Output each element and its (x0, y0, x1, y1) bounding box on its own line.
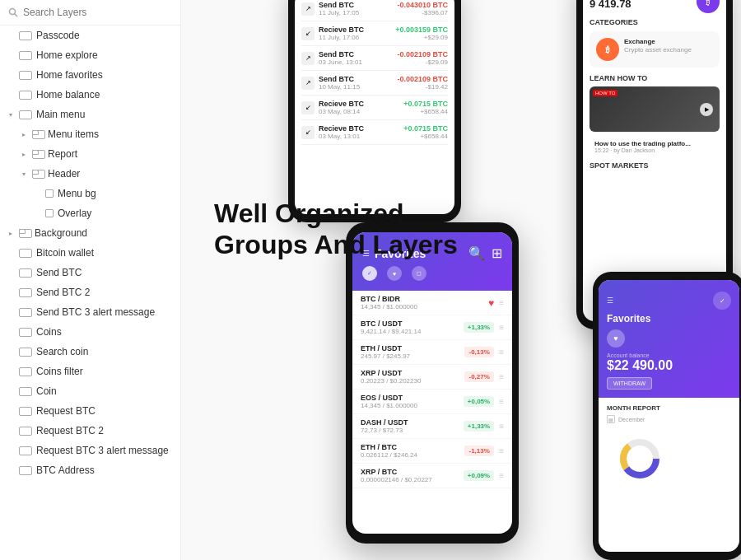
tx-btc: +0.0715 BTC (403, 124, 448, 133)
sidebar-item-send-btc-3[interactable]: Send BTC 3 alert message (0, 302, 180, 322)
coin-change-badge: -0,27% (464, 371, 494, 382)
coin-change-badge: +0,05% (464, 396, 494, 407)
sidebar-item-request-btc-3[interactable]: Request BTC 3 alert message (0, 441, 180, 460)
br-icon: ✓ (713, 292, 731, 310)
sidebar-item-home-balance[interactable]: Home balance (0, 85, 180, 105)
coin-menu-icon[interactable]: ≡ (499, 372, 504, 381)
layer-label: Coins filter (36, 366, 83, 377)
sidebar-item-home-favorites[interactable]: Home favorites (0, 65, 180, 85)
sidebar-item-report[interactable]: ▸ Report (0, 144, 180, 164)
sidebar-item-bitcoin-wallet[interactable]: Bitcoin wallet (0, 243, 180, 263)
screen-icon (19, 348, 32, 357)
coin-pair: ETH / BTC (361, 443, 459, 451)
play-button[interactable]: ▶ (700, 103, 713, 116)
tx-date: 03 June, 13:01 (319, 58, 393, 66)
layer-label: Background (35, 227, 87, 239)
sidebar-item-request-btc[interactable]: Request BTC (0, 401, 180, 421)
coin-price: 9,421.14 / $9,421.14 (361, 328, 459, 335)
search-input[interactable] (23, 7, 172, 18)
coin-menu-icon[interactable]: ≡ (499, 323, 504, 332)
coin-menu-icon[interactable]: ≡ (499, 446, 504, 455)
search-icon-fav[interactable]: 🔍 (468, 245, 485, 261)
video-overlay: HOW TO (593, 90, 618, 96)
sidebar-item-search-coin[interactable]: Search coin (0, 342, 180, 362)
layer-label: Menu bg (58, 188, 96, 199)
headline: Well Organized Groups And Layers (214, 198, 458, 261)
tx-type: Send BTC (319, 1, 393, 9)
sidebar-item-request-btc-2[interactable]: Request BTC 2 (0, 421, 180, 441)
coin-menu-icon[interactable]: ≡ (499, 298, 504, 307)
calendar-icon: ▤ (607, 415, 615, 423)
tx-date: 11 July, 17:06 (319, 34, 391, 41)
tab-wallet[interactable]: ◻ (412, 266, 426, 281)
btc-price-value: 9 419.78 (590, 0, 631, 10)
spot-label: SPOT MARKETS (590, 161, 720, 170)
sidebar-item-passcode[interactable]: Passcode (0, 26, 180, 45)
folder-icon (32, 150, 44, 159)
sidebar-item-coins[interactable]: Coins (0, 322, 180, 342)
br-donut-chart (607, 430, 673, 479)
tx-type: Send BTC (319, 75, 393, 83)
screen-icon (19, 288, 32, 297)
chevron-icon: ▸ (20, 130, 28, 138)
transaction-row: ↙ Recieve BTC 03 May, 13:01 +0.0715 BTC … (301, 120, 448, 145)
coin-menu-icon[interactable]: ≡ (499, 348, 504, 357)
tx-icon: ↙ (301, 101, 315, 114)
br-date: December (618, 417, 645, 422)
search-bar[interactable] (0, 0, 180, 26)
layer-label: Request BTC 2 (36, 425, 104, 436)
chevron-icon: ▸ (7, 229, 15, 237)
sidebar-item-home-explore[interactable]: Home explore (0, 45, 180, 65)
layer-label: Overlay (58, 208, 91, 219)
coin-menu-icon[interactable]: ≡ (499, 397, 504, 406)
grid-icon-fav[interactable]: ⊞ (492, 245, 502, 261)
folder-icon (19, 229, 30, 238)
exchange-title: Exchange (624, 38, 692, 45)
screen-icon (19, 328, 32, 337)
layer-label: Search coin (36, 346, 88, 357)
sidebar-item-background[interactable]: ▸ Background (0, 223, 180, 243)
tab-checkmark[interactable]: ✓ (362, 266, 377, 281)
layer-label: Home explore (36, 49, 98, 61)
tx-icon: ↗ (301, 2, 315, 16)
sidebar-item-coin[interactable]: Coin (0, 381, 180, 401)
coin-menu-icon[interactable]: ≡ (499, 471, 504, 480)
coin-price: 14,345 / $1.000000 (361, 402, 459, 409)
sidebar-item-overlay[interactable]: Overlay (0, 203, 180, 223)
sidebar-item-header[interactable]: ▾ Header (0, 164, 180, 184)
layer-label: Home favorites (36, 69, 103, 81)
sidebar-item-send-btc-2[interactable]: Send BTC 2 (0, 282, 180, 302)
btc-transaction-list: ↗ Send BTC 11 July, 17:05 -0.043010 BTC … (295, 0, 454, 150)
headline-line1: Well Organized (214, 198, 458, 229)
br-balance-label: Account balance (607, 352, 731, 358)
br-withdraw-button[interactable]: WITHDRAW (607, 377, 652, 390)
tx-icon: ↗ (301, 77, 315, 90)
coin-pair: DASH / USDT (361, 418, 459, 427)
phone-btc-mockup: ↗ Send BTC 11 July, 17:05 -0.043010 BTC … (288, 0, 461, 222)
coin-pair: ETH / USDT (361, 344, 459, 352)
coin-row: XRP / BTC 0.000002146 / $0.20227 +0,09% … (352, 464, 512, 488)
br-heart-tab[interactable]: ♥ (607, 329, 625, 348)
video-card: HOW TO ▶ (590, 86, 720, 132)
tx-usd: +$658.44 (403, 108, 448, 115)
exchange-card: ₿ Exchange Crypto asset exchange (590, 31, 720, 68)
screen-icon (19, 268, 32, 278)
layer-label: Request BTC (36, 405, 96, 417)
sidebar-item-send-btc[interactable]: Send BTC (0, 263, 180, 282)
tx-type: Recieve BTC (319, 26, 391, 34)
screen-icon (19, 427, 32, 436)
sidebar-item-btc-address[interactable]: BTC Address (0, 460, 180, 480)
coin-change-badge: +1,33% (464, 421, 494, 432)
tx-type: Recieve BTC (319, 100, 399, 108)
rect-icon (45, 189, 54, 198)
tab-heart[interactable]: ♥ (387, 266, 402, 281)
tx-date: 10 May, 11:15 (319, 83, 393, 91)
sidebar-item-menu-items[interactable]: ▸ Menu items (0, 124, 180, 144)
sidebar-item-main-menu[interactable]: ▾ Main menu (0, 105, 180, 124)
layer-label: Home balance (36, 89, 100, 100)
sidebar-item-coins-filter[interactable]: Coins filter (0, 362, 180, 381)
bottom-right-screen: ☰ ✓ Favorites ♥ Account balance $22 490.… (599, 280, 739, 552)
coin-menu-icon[interactable]: ≡ (499, 422, 504, 431)
sidebar-item-menu-bg[interactable]: Menu bg (0, 184, 180, 203)
transaction-row: ↙ Recieve BTC 11 July, 17:06 +0.003159 B… (301, 21, 448, 46)
